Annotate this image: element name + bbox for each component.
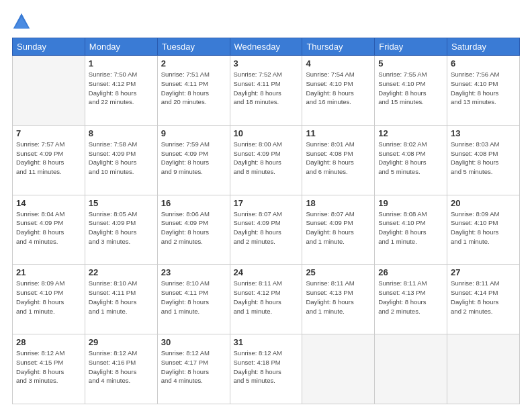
calendar-day-cell: 17Sunrise: 8:07 AM Sunset: 4:09 PM Dayli… xyxy=(230,195,302,265)
day-number: 6 xyxy=(451,58,516,68)
day-number: 18 xyxy=(306,198,371,208)
day-info: Sunrise: 8:00 AM Sunset: 4:09 PM Dayligh… xyxy=(234,140,299,177)
calendar-day-cell xyxy=(13,56,85,126)
day-number: 15 xyxy=(89,198,154,208)
calendar-day-cell: 13Sunrise: 8:03 AM Sunset: 4:08 PM Dayli… xyxy=(447,125,520,195)
day-info: Sunrise: 8:11 AM Sunset: 4:13 PM Dayligh… xyxy=(306,279,371,316)
calendar-day-cell: 15Sunrise: 8:05 AM Sunset: 4:09 PM Dayli… xyxy=(85,195,157,265)
day-info: Sunrise: 8:07 AM Sunset: 4:09 PM Dayligh… xyxy=(234,210,299,246)
day-number: 28 xyxy=(16,337,81,347)
day-number: 14 xyxy=(16,198,81,208)
calendar-day-cell: 2Sunrise: 7:51 AM Sunset: 4:11 PM Daylig… xyxy=(157,56,230,126)
day-number: 22 xyxy=(89,267,154,277)
day-info: Sunrise: 7:57 AM Sunset: 4:09 PM Dayligh… xyxy=(16,140,81,177)
calendar-week-row: 7Sunrise: 7:57 AM Sunset: 4:09 PM Daylig… xyxy=(13,125,520,195)
day-number: 5 xyxy=(378,58,443,68)
day-info: Sunrise: 8:12 AM Sunset: 4:15 PM Dayligh… xyxy=(16,349,81,385)
day-info: Sunrise: 8:01 AM Sunset: 4:08 PM Dayligh… xyxy=(306,140,371,177)
day-number: 17 xyxy=(234,198,299,208)
day-info: Sunrise: 8:11 AM Sunset: 4:14 PM Dayligh… xyxy=(451,279,516,316)
calendar-day-cell: 12Sunrise: 8:02 AM Sunset: 4:08 PM Dayli… xyxy=(375,125,447,195)
day-number: 30 xyxy=(161,337,226,347)
day-number: 19 xyxy=(378,198,443,208)
calendar-day-cell: 22Sunrise: 8:10 AM Sunset: 4:11 PM Dayli… xyxy=(85,265,157,334)
logo xyxy=(12,12,34,31)
calendar-day-cell xyxy=(447,334,520,404)
day-number: 27 xyxy=(451,267,516,277)
calendar-day-cell: 5Sunrise: 7:55 AM Sunset: 4:10 PM Daylig… xyxy=(375,56,447,126)
calendar-week-row: 1Sunrise: 7:50 AM Sunset: 4:12 PM Daylig… xyxy=(13,56,520,126)
day-number: 13 xyxy=(451,128,516,138)
calendar-day-cell: 31Sunrise: 8:12 AM Sunset: 4:18 PM Dayli… xyxy=(230,334,302,404)
day-info: Sunrise: 7:58 AM Sunset: 4:09 PM Dayligh… xyxy=(89,140,154,177)
day-info: Sunrise: 7:51 AM Sunset: 4:11 PM Dayligh… xyxy=(161,70,226,107)
calendar-day-cell: 25Sunrise: 8:11 AM Sunset: 4:13 PM Dayli… xyxy=(302,265,375,334)
day-info: Sunrise: 8:08 AM Sunset: 4:10 PM Dayligh… xyxy=(378,210,443,246)
day-info: Sunrise: 7:59 AM Sunset: 4:09 PM Dayligh… xyxy=(161,140,226,177)
calendar-header-row: SundayMondayTuesdayWednesdayThursdayFrid… xyxy=(13,38,520,56)
calendar-day-cell: 24Sunrise: 8:11 AM Sunset: 4:12 PM Dayli… xyxy=(230,265,302,334)
calendar-day-cell: 6Sunrise: 7:56 AM Sunset: 4:10 PM Daylig… xyxy=(447,56,520,126)
calendar-day-header: Monday xyxy=(85,38,157,56)
day-number: 10 xyxy=(234,128,299,138)
calendar-day-header: Saturday xyxy=(447,38,520,56)
day-number: 20 xyxy=(451,198,516,208)
calendar-week-row: 14Sunrise: 8:04 AM Sunset: 4:09 PM Dayli… xyxy=(13,195,520,265)
day-number: 4 xyxy=(306,58,371,68)
calendar-day-cell: 1Sunrise: 7:50 AM Sunset: 4:12 PM Daylig… xyxy=(85,56,157,126)
calendar-day-cell: 3Sunrise: 7:52 AM Sunset: 4:11 PM Daylig… xyxy=(230,56,302,126)
calendar-table: SundayMondayTuesdayWednesdayThursdayFrid… xyxy=(12,38,520,404)
day-number: 9 xyxy=(161,128,226,138)
day-info: Sunrise: 8:11 AM Sunset: 4:13 PM Dayligh… xyxy=(378,279,443,316)
calendar-day-cell: 7Sunrise: 7:57 AM Sunset: 4:09 PM Daylig… xyxy=(13,125,85,195)
calendar-day-header: Wednesday xyxy=(230,38,302,56)
calendar-day-cell: 11Sunrise: 8:01 AM Sunset: 4:08 PM Dayli… xyxy=(302,125,375,195)
day-info: Sunrise: 8:12 AM Sunset: 4:17 PM Dayligh… xyxy=(161,349,226,385)
calendar-day-header: Sunday xyxy=(13,38,85,56)
day-number: 29 xyxy=(89,337,154,347)
day-info: Sunrise: 7:52 AM Sunset: 4:11 PM Dayligh… xyxy=(234,70,299,107)
calendar-week-row: 21Sunrise: 8:09 AM Sunset: 4:10 PM Dayli… xyxy=(13,265,520,334)
day-info: Sunrise: 8:02 AM Sunset: 4:08 PM Dayligh… xyxy=(378,140,443,177)
day-info: Sunrise: 8:06 AM Sunset: 4:09 PM Dayligh… xyxy=(161,210,226,246)
day-number: 16 xyxy=(161,198,226,208)
day-number: 2 xyxy=(161,58,226,68)
logo-icon xyxy=(12,12,31,31)
day-number: 7 xyxy=(16,128,81,138)
calendar-day-cell: 19Sunrise: 8:08 AM Sunset: 4:10 PM Dayli… xyxy=(375,195,447,265)
calendar-day-cell: 14Sunrise: 8:04 AM Sunset: 4:09 PM Dayli… xyxy=(13,195,85,265)
calendar-day-cell: 9Sunrise: 7:59 AM Sunset: 4:09 PM Daylig… xyxy=(157,125,230,195)
calendar-day-cell: 16Sunrise: 8:06 AM Sunset: 4:09 PM Dayli… xyxy=(157,195,230,265)
calendar-day-cell: 28Sunrise: 8:12 AM Sunset: 4:15 PM Dayli… xyxy=(13,334,85,404)
calendar-day-cell: 10Sunrise: 8:00 AM Sunset: 4:09 PM Dayli… xyxy=(230,125,302,195)
calendar-day-header: Tuesday xyxy=(157,38,230,56)
calendar-day-cell xyxy=(375,334,447,404)
day-number: 24 xyxy=(234,267,299,277)
calendar-day-cell: 26Sunrise: 8:11 AM Sunset: 4:13 PM Dayli… xyxy=(375,265,447,334)
day-number: 8 xyxy=(89,128,154,138)
day-info: Sunrise: 8:04 AM Sunset: 4:09 PM Dayligh… xyxy=(16,210,81,246)
day-info: Sunrise: 7:56 AM Sunset: 4:10 PM Dayligh… xyxy=(451,70,516,107)
day-info: Sunrise: 8:12 AM Sunset: 4:18 PM Dayligh… xyxy=(234,349,299,385)
day-number: 21 xyxy=(16,267,81,277)
calendar-day-header: Friday xyxy=(375,38,447,56)
day-number: 3 xyxy=(234,58,299,68)
calendar-day-cell: 8Sunrise: 7:58 AM Sunset: 4:09 PM Daylig… xyxy=(85,125,157,195)
calendar-day-cell: 23Sunrise: 8:10 AM Sunset: 4:11 PM Dayli… xyxy=(157,265,230,334)
day-number: 26 xyxy=(378,267,443,277)
day-info: Sunrise: 7:55 AM Sunset: 4:10 PM Dayligh… xyxy=(378,70,443,107)
day-info: Sunrise: 7:50 AM Sunset: 4:12 PM Dayligh… xyxy=(89,70,154,107)
day-number: 25 xyxy=(306,267,371,277)
calendar-day-cell: 20Sunrise: 8:09 AM Sunset: 4:10 PM Dayli… xyxy=(447,195,520,265)
calendar-day-cell: 4Sunrise: 7:54 AM Sunset: 4:10 PM Daylig… xyxy=(302,56,375,126)
day-number: 23 xyxy=(161,267,226,277)
day-number: 12 xyxy=(378,128,443,138)
day-info: Sunrise: 8:10 AM Sunset: 4:11 PM Dayligh… xyxy=(161,279,226,316)
day-info: Sunrise: 8:03 AM Sunset: 4:08 PM Dayligh… xyxy=(451,140,516,177)
calendar-day-cell: 18Sunrise: 8:07 AM Sunset: 4:09 PM Dayli… xyxy=(302,195,375,265)
day-info: Sunrise: 8:09 AM Sunset: 4:10 PM Dayligh… xyxy=(451,210,516,246)
day-info: Sunrise: 8:10 AM Sunset: 4:11 PM Dayligh… xyxy=(89,279,154,316)
day-info: Sunrise: 8:11 AM Sunset: 4:12 PM Dayligh… xyxy=(234,279,299,316)
page: SundayMondayTuesdayWednesdayThursdayFrid… xyxy=(0,0,532,411)
day-number: 11 xyxy=(306,128,371,138)
